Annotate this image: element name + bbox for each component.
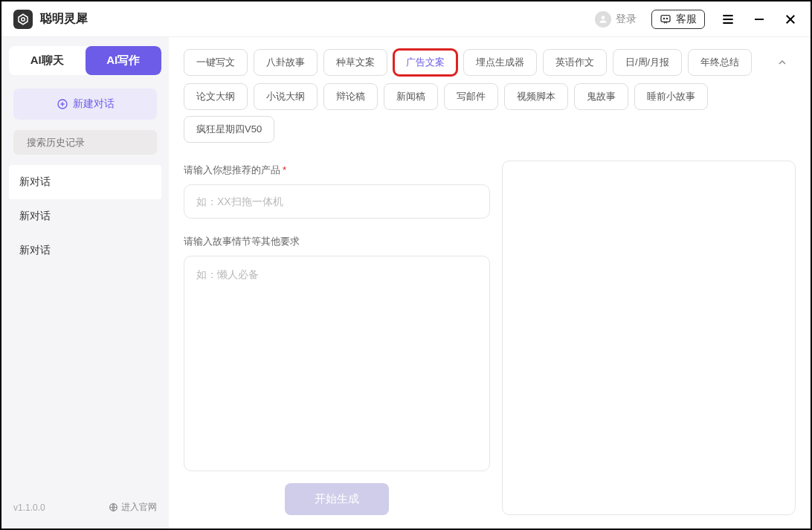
minimize-icon[interactable]	[751, 11, 767, 28]
tab-ai-write[interactable]: AI写作	[86, 46, 162, 75]
svg-marker-0	[19, 14, 28, 25]
category-pill[interactable]: 疯狂星期四V50	[184, 116, 274, 143]
titlebar-left: 聪明灵犀	[13, 10, 88, 29]
requirement-label: 请输入故事情节等其他要求	[184, 235, 490, 248]
chat-item[interactable]: 新对话	[9, 233, 161, 268]
chat-item[interactable]: 新对话	[9, 165, 161, 199]
generate-button[interactable]: 开始生成	[285, 483, 389, 515]
search-box[interactable]	[13, 130, 157, 155]
category-row-1: 一键写文八卦故事种草文案广告文案埋点生成器英语作文日/周/月报年终总结	[184, 49, 763, 76]
svg-point-1	[22, 17, 25, 21]
main-area: AI聊天 AI写作 新建对话 新对话 新对话 新对话 v1.1.0.0 进入官网	[1, 37, 811, 529]
category-pill[interactable]: 小说大纲	[254, 83, 318, 110]
chevron-up-icon	[776, 56, 788, 68]
titlebar: 聪明灵犀 登录 客服	[1, 1, 811, 37]
category-pill[interactable]: 一键写文	[184, 49, 248, 76]
content: 一键写文八卦故事种草文案广告文案埋点生成器英语作文日/周/月报年终总结 论文大纲…	[169, 37, 811, 529]
category-pill[interactable]: 日/周/月报	[613, 49, 682, 76]
svg-point-5	[666, 18, 667, 19]
category-pill[interactable]: 广告文案	[393, 49, 457, 76]
support-label: 客服	[676, 13, 697, 26]
chat-list: 新对话 新对话 新对话	[9, 165, 161, 495]
category-area: 一键写文八卦故事种草文案广告文案埋点生成器英语作文日/周/月报年终总结 论文大纲…	[184, 49, 796, 150]
app-logo-icon	[13, 10, 33, 29]
support-button[interactable]: 客服	[651, 10, 705, 29]
globe-icon	[109, 502, 118, 512]
svg-point-4	[663, 18, 664, 19]
output-panel	[502, 161, 796, 515]
category-pill[interactable]: 写邮件	[444, 83, 498, 110]
chat-icon	[660, 13, 671, 25]
search-input[interactable]	[27, 137, 152, 148]
titlebar-right: 登录 客服	[595, 10, 799, 29]
category-rows: 一键写文八卦故事种草文案广告文案埋点生成器英语作文日/周/月报年终总结 论文大纲…	[184, 49, 763, 150]
form-left: 请输入你想推荐的产品* 请输入故事情节等其他要求 开始生成	[184, 161, 490, 515]
svg-rect-3	[661, 15, 670, 22]
collapse-toggle[interactable]	[769, 49, 796, 76]
svg-point-2	[602, 16, 605, 19]
category-pill[interactable]: 年终总结	[688, 49, 752, 76]
category-pill[interactable]: 英语作文	[543, 49, 607, 76]
sidebar-footer: v1.1.0.0 进入官网	[9, 495, 161, 520]
category-row-2: 论文大纲小说大纲辩论稿新闻稿写邮件视频脚本鬼故事睡前小故事疯狂星期四V50	[184, 83, 763, 143]
mode-tabs: AI聊天 AI写作	[9, 46, 161, 75]
plus-circle-icon	[57, 98, 68, 110]
menu-icon[interactable]	[720, 11, 736, 28]
category-pill[interactable]: 论文大纲	[184, 83, 248, 110]
category-pill[interactable]: 新闻稿	[384, 83, 438, 110]
category-pill[interactable]: 视频脚本	[504, 83, 568, 110]
avatar-icon	[595, 11, 611, 28]
login-button[interactable]: 登录	[595, 11, 637, 28]
category-pill[interactable]: 辩论稿	[323, 83, 378, 110]
category-pill[interactable]: 睡前小故事	[634, 83, 708, 110]
product-label: 请输入你想推荐的产品*	[184, 164, 490, 177]
app-title: 聪明灵犀	[40, 11, 88, 27]
new-chat-label: 新建对话	[73, 97, 115, 111]
tab-ai-chat[interactable]: AI聊天	[9, 46, 86, 75]
product-input[interactable]	[184, 184, 490, 219]
login-label: 登录	[616, 13, 637, 26]
requirement-textarea[interactable]	[184, 256, 490, 471]
official-label: 进入官网	[121, 501, 157, 514]
sidebar: AI聊天 AI写作 新建对话 新对话 新对话 新对话 v1.1.0.0 进入官网	[1, 37, 169, 529]
form-area: 请输入你想推荐的产品* 请输入故事情节等其他要求 开始生成	[184, 161, 796, 515]
chat-item[interactable]: 新对话	[9, 199, 161, 233]
official-link[interactable]: 进入官网	[109, 501, 157, 514]
close-icon[interactable]	[782, 11, 799, 28]
category-pill[interactable]: 埋点生成器	[463, 49, 537, 76]
new-chat-button[interactable]: 新建对话	[13, 88, 157, 120]
category-pill[interactable]: 八卦故事	[254, 49, 318, 76]
category-pill[interactable]: 种草文案	[323, 49, 387, 76]
version-label: v1.1.0.0	[13, 502, 45, 513]
category-pill[interactable]: 鬼故事	[574, 83, 628, 110]
